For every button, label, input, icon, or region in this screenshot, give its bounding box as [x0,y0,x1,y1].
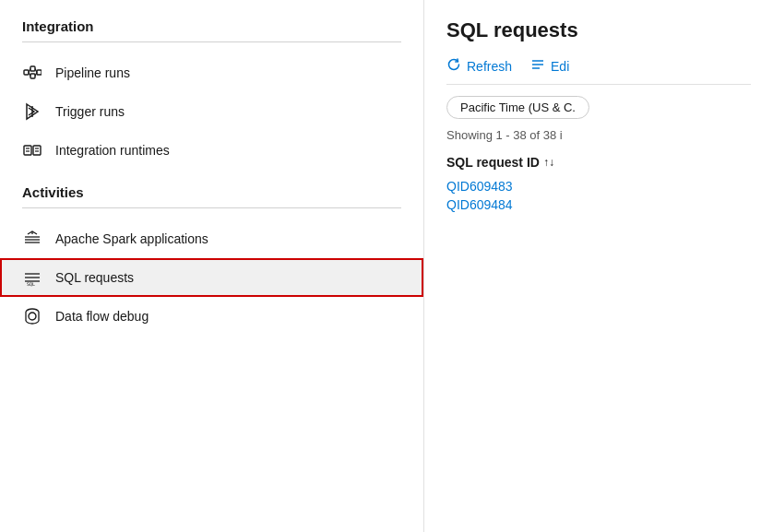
refresh-label: Refresh [467,59,512,74]
integration-section: Integration Pipeline runs [0,18,423,170]
sidebar-item-apache-spark[interactable]: Apache Spark applications [0,219,423,258]
table-row: QID609484 [446,197,751,212]
svg-rect-10 [24,146,31,155]
integration-divider [22,41,401,42]
timezone-selector[interactable]: Pacific Time (US & C. [446,96,589,119]
svg-point-24 [29,313,36,320]
data-flow-debug-label: Data flow debug [55,309,149,324]
pipeline-runs-label: Pipeline runs [55,65,130,80]
trigger-runs-label: Trigger runs [55,104,125,119]
toolbar: Refresh Edi [446,57,751,85]
svg-text:SQL: SQL [27,281,35,287]
sql-request-link-1[interactable]: QID609483 [446,179,513,194]
svg-rect-3 [37,70,42,75]
timezone-value: Pacific Time (US & C. [460,100,576,114]
dataflow-icon [22,306,42,326]
trigger-icon [22,101,42,122]
edit-icon [530,57,545,75]
sidebar-item-data-flow-debug[interactable]: Data flow debug [0,297,423,336]
pipeline-icon [22,63,42,83]
page-title: SQL requests [446,18,751,42]
sidebar-item-pipeline-runs[interactable]: Pipeline runs [0,53,423,92]
column-header[interactable]: SQL request ID ↑↓ [446,155,751,170]
activities-section-title: Activities [0,184,423,207]
sidebar-item-integration-runtimes[interactable]: Integration runtimes [0,131,423,170]
apache-spark-label: Apache Spark applications [55,231,208,246]
edit-button[interactable]: Edi [530,57,569,75]
refresh-icon [446,57,461,75]
spark-icon [22,229,42,249]
activities-section: Activities Apache Spark applications [0,184,423,336]
sql-request-id-header: SQL request ID [446,155,540,170]
svg-rect-2 [30,74,35,78]
integration-runtimes-label: Integration runtimes [55,143,170,158]
edit-label: Edi [551,59,569,74]
sort-icon: ↑↓ [543,156,554,169]
svg-rect-0 [24,70,29,75]
integration-icon [22,140,42,160]
sql-request-link-2[interactable]: QID609484 [446,197,513,212]
data-rows: QID609483 QID609484 [446,179,751,212]
sidebar-item-sql-requests[interactable]: SQL SQL requests [0,258,423,297]
sidebar-item-trigger-runs[interactable]: Trigger runs [0,92,423,131]
sql-icon: SQL [22,267,42,288]
table-row: QID609483 [446,179,751,194]
refresh-button[interactable]: Refresh [446,57,512,75]
svg-rect-1 [30,66,35,71]
integration-section-title: Integration [0,18,423,41]
activities-divider [22,207,401,208]
main-content: SQL requests Refresh Edi Pa [424,0,773,532]
sidebar: Integration Pipeline runs [0,0,424,532]
showing-count: Showing 1 - 38 of 38 i [446,128,751,142]
svg-rect-11 [33,146,41,155]
sql-requests-label: SQL requests [55,270,134,285]
